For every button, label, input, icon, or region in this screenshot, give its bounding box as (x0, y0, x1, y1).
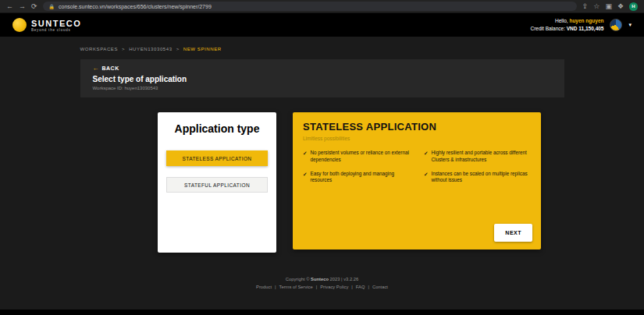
sunteco-logo[interactable]: SUNTECO Beyond the clouds (12, 18, 81, 32)
app-header: SUNTECO Beyond the clouds Hello, huyen n… (0, 13, 644, 37)
footer-link-contact[interactable]: Contact (372, 285, 388, 289)
page-title-strip: ← BACK Select type of application Worksp… (80, 59, 564, 97)
footer-link-terms[interactable]: Terms of Service (279, 285, 313, 289)
feature-text: No persistent volumes or reliance on ext… (310, 150, 410, 164)
breadcrumb-workspace-id[interactable]: HUYEN13030543 (129, 47, 173, 51)
breadcrumb: WORKSPACES > HUYEN13030543 > NEW SPINNER (80, 37, 564, 51)
feature-text: Highly resilient and portable across dif… (431, 150, 531, 164)
feature-text: Instances can be scaled on multiple repl… (431, 171, 531, 185)
check-icon: ✓ (303, 150, 307, 164)
brand-name: SUNTECO (31, 19, 81, 28)
stateful-application-button[interactable]: STATEFUL APPLICATION (166, 177, 268, 193)
check-icon: ✓ (303, 171, 307, 185)
back-arrow-icon: ← (93, 65, 99, 72)
next-button[interactable]: NEXT (494, 224, 532, 242)
bottom-bar (0, 310, 644, 315)
stateless-application-button[interactable]: STATELESS APPLICATION (166, 150, 268, 166)
user-avatar[interactable] (610, 19, 622, 31)
extensions-icon[interactable]: ❖ (617, 0, 624, 13)
sunteco-logo-icon (12, 18, 27, 32)
username-text: huyen nguyen (569, 18, 603, 23)
workspace-id-text: Workspace ID: huyen13030543 (93, 86, 552, 90)
back-icon[interactable]: ← (6, 0, 13, 13)
feature-item: ✓ No persistent volumes or reliance on e… (303, 150, 410, 164)
breadcrumb-workspaces[interactable]: WORKSPACES (80, 47, 119, 51)
address-bar[interactable]: 🔒 console.sunteco.vn/workspaces/656/clus… (43, 2, 577, 11)
browser-toolbar: ← → ⟳ 🔒 console.sunteco.vn/workspaces/65… (0, 0, 644, 13)
page-title: Select type of application (93, 75, 552, 83)
check-icon: ✓ (424, 171, 428, 185)
feature-item: ✓ Highly resilient and portable across d… (424, 150, 531, 164)
bookmark-star-icon[interactable]: ☆ (593, 0, 600, 13)
credit-balance: Credit Balance: VND 11,150,405 (531, 25, 604, 33)
feature-item: ✓ Easy for both deploying and managing r… (303, 171, 410, 185)
footer-link-product[interactable]: Product (256, 285, 272, 289)
detail-card-subtitle: Limitless possibilities (303, 136, 531, 141)
footer-link-faq[interactable]: FAQ (356, 285, 365, 289)
share-icon[interactable]: ⇪ (582, 0, 589, 13)
footer-separator: | (368, 285, 369, 289)
breadcrumb-separator: > (176, 47, 180, 51)
url-text: console.sunteco.vn/workspaces/656/cluste… (59, 4, 212, 9)
footer-brand: Sunteco (311, 277, 329, 281)
forward-icon[interactable]: → (19, 0, 26, 13)
reload-icon[interactable]: ⟳ (31, 0, 37, 13)
brand-tagline: Beyond the clouds (31, 28, 81, 32)
greeting-text: Hello, huyen nguyen (531, 17, 604, 25)
footer-separator: | (351, 285, 353, 289)
stateless-detail-card: STATELESS APPLICATION Limitless possibil… (293, 112, 541, 250)
feature-text: Easy for both deploying and managing res… (310, 171, 410, 185)
application-type-title: Application type (158, 122, 276, 135)
copyright-text: Copyright © Sunteco 2023 | v3.2.26 (80, 277, 564, 281)
chevron-down-icon[interactable]: ▾ (628, 22, 632, 28)
back-button[interactable]: ← BACK (93, 65, 552, 72)
application-type-card: Application type STATELESS APPLICATION S… (158, 112, 276, 253)
detail-card-title: STATELESS APPLICATION (303, 121, 531, 133)
lock-icon: 🔒 (49, 4, 55, 9)
breadcrumb-separator: > (122, 47, 125, 51)
back-label: BACK (102, 65, 119, 71)
footer-separator: | (275, 285, 276, 289)
page-footer: Copyright © Sunteco 2023 | v3.2.26 Produ… (80, 277, 564, 289)
check-icon: ✓ (424, 150, 428, 164)
feature-item: ✓ Instances can be scaled on multiple re… (424, 171, 531, 185)
browser-profile-avatar[interactable]: H (629, 2, 638, 11)
side-panel-icon[interactable]: ▣ (605, 0, 612, 13)
breadcrumb-new-spinner: NEW SPINNER (183, 47, 222, 51)
footer-link-privacy[interactable]: Privacy Policy (320, 285, 348, 289)
footer-separator: | (316, 285, 318, 289)
main-content: WORKSPACES > HUYEN13030543 > NEW SPINNER… (0, 37, 644, 315)
